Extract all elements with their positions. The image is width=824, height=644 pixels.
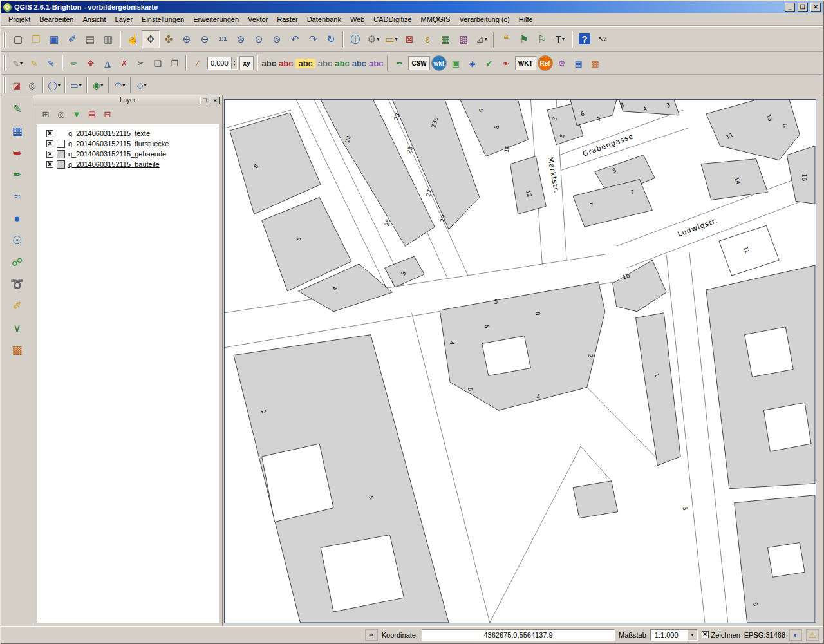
measure-button[interactable]: ⊿▾ (473, 30, 491, 48)
dropdown-arrow-icon[interactable]: ▾ (144, 82, 146, 88)
zoom-next-button[interactable]: ↷ (304, 30, 322, 48)
new-print-composer-button[interactable]: ▤ (81, 30, 99, 48)
digitize-tool-button[interactable]: ✎ (8, 99, 27, 118)
dropdown-arrow-icon[interactable]: ▾ (395, 36, 398, 42)
reference-tool-button[interactable]: Ref (538, 55, 553, 71)
menu-vektor[interactable]: Vektor (243, 14, 272, 24)
vector-node-tool-button[interactable]: ∨ (8, 318, 27, 337)
dropdown-arrow-icon[interactable]: ▾ (58, 82, 61, 88)
export-kml-button[interactable]: ▣ (447, 55, 464, 71)
current-edits-button[interactable]: ✎▾ (9, 55, 26, 71)
deselect-features-button[interactable]: ⊠ (400, 30, 418, 48)
xy-coordinates-button[interactable]: xy (239, 56, 253, 70)
pixel-grid-tool-button[interactable]: ▦ (8, 121, 27, 140)
dropdown-arrow-icon[interactable]: ▾ (485, 36, 487, 42)
delete-selected-button[interactable]: ✗ (116, 55, 133, 71)
log-messages-icon[interactable]: ⚠ (806, 629, 819, 641)
copy-features-button[interactable]: ❏ (149, 55, 166, 71)
zoom-last-button[interactable]: ↶ (286, 30, 304, 48)
layer-checkbox[interactable]: ✕ (46, 151, 53, 158)
web-globe-tool-button[interactable]: ☉ (8, 231, 27, 250)
node-tool-button[interactable]: ◮ (99, 55, 116, 71)
layer-checkbox[interactable]: ✕ (46, 161, 53, 168)
menu-datenbank[interactable]: Datenbank (303, 14, 346, 24)
layer-item[interactable]: ✕q_20140603152115_texte (39, 128, 217, 138)
epsg-label[interactable]: EPSG:31468 (744, 631, 785, 639)
coordinate-input[interactable]: 4362675.0,5564137.9 (422, 629, 615, 641)
dropdown-arrow-icon[interactable]: ▾ (100, 82, 103, 88)
save-layer-edits-button[interactable]: ✎ (42, 55, 59, 71)
zoom-to-selection-button[interactable]: ⊙ (250, 30, 268, 48)
label-move-button[interactable]: abc (333, 55, 350, 71)
toolbar-grip[interactable] (3, 55, 6, 71)
menu-projekt[interactable]: Projekt (4, 14, 35, 24)
menu-einstellungen[interactable]: Einstellungen (137, 14, 189, 24)
offset-spinbox-arrows[interactable]: ▲▼ (231, 57, 238, 69)
open-project-button[interactable]: ❒ (27, 30, 45, 48)
label-rotate-button[interactable]: abc (351, 55, 368, 71)
show-bookmarks-button[interactable]: ⚐ (533, 30, 551, 48)
help-contents-button[interactable]: ? (576, 30, 594, 48)
touch-zoom-pan-button[interactable]: ☝ (124, 30, 142, 48)
filter-legend-button[interactable]: ▼ (70, 107, 84, 121)
menu-verarbeitung-c[interactable]: Verarbeitung (c) (454, 14, 514, 24)
layer-label[interactable]: q_20140603152115_flurstuecke (68, 140, 169, 147)
minimize-button[interactable]: _ (785, 3, 795, 12)
color-table-tool-button[interactable]: ▩ (8, 340, 27, 359)
menu-caddigitize[interactable]: CADDigitize (369, 14, 416, 24)
spatialite-manager-button[interactable]: ❧ (498, 55, 514, 71)
layer-label[interactable]: q_20140603152115_texte (68, 129, 150, 137)
open-attribute-table-button[interactable]: ▦ (436, 30, 454, 48)
arc-tools-button[interactable]: ◠▾ (112, 77, 127, 93)
check-geometry-button[interactable]: ✔ (481, 55, 498, 71)
menu-hilfe[interactable]: Hilfe (514, 14, 538, 24)
crs-status-icon[interactable]: ◐ (789, 629, 802, 641)
add-feature-button[interactable]: ✏ (66, 55, 82, 71)
dropdown-arrow-icon[interactable]: ▾ (79, 82, 82, 88)
panel-close-button[interactable]: ✕ (211, 97, 220, 104)
polygon-tools-button[interactable]: ◇▾ (134, 77, 149, 93)
label-properties-button[interactable]: abc (368, 55, 384, 71)
whats-this-button[interactable]: ↖? (594, 30, 612, 48)
layer-item[interactable]: ✕q_20140603152115_bauteile (39, 159, 217, 169)
refresh-map-button[interactable]: ↻ (322, 30, 340, 48)
contour-tool-button[interactable]: ≈ (8, 187, 27, 206)
ellipse-tools-button[interactable]: ◉▾ (90, 77, 106, 93)
expand-tree-button[interactable]: ▤ (85, 107, 99, 121)
layer-checkbox[interactable]: ✕ (46, 130, 53, 137)
offset-spinbox[interactable]: 0,000▲▼ (207, 57, 238, 70)
cad-eraser-button[interactable]: ◪ (9, 77, 24, 93)
panel-float-button[interactable]: ❐ (200, 97, 209, 104)
composer-manager-button[interactable]: ▥ (99, 30, 117, 48)
save-project-as-button[interactable]: ✐ (63, 30, 81, 48)
wkt-letters-button[interactable]: WKT (515, 56, 536, 70)
label-toggle-display-button[interactable]: abc (317, 55, 333, 71)
toggle-editing-button[interactable]: ✎ (26, 55, 42, 71)
move-feature-button[interactable]: ✥ (82, 55, 99, 71)
run-feature-action-button[interactable]: ⚙▾ (364, 30, 382, 48)
label-pin-button[interactable]: abc (277, 55, 294, 71)
dropdown-arrow-icon[interactable]: ▾ (122, 82, 125, 88)
menu-mmqgis[interactable]: MMQGIS (417, 14, 455, 24)
save-project-button[interactable]: ▣ (45, 30, 63, 48)
paste-features-button[interactable]: ❐ (166, 55, 183, 71)
zoom-to-layer-button[interactable]: ⊚ (268, 30, 286, 48)
menu-layer[interactable]: Layer (111, 14, 138, 24)
text-annotation-button[interactable]: T▾ (551, 30, 569, 48)
new-project-button[interactable]: ▢ (9, 30, 27, 48)
scale-dropdown-icon[interactable]: ▾ (688, 630, 697, 640)
menu-erweiterungen[interactable]: Erweiterungen (189, 14, 243, 24)
layer-checkbox[interactable]: ✕ (46, 140, 53, 147)
ellipse-button-tool-button[interactable]: ● (8, 209, 27, 228)
layer-label[interactable]: q_20140603152115_bauteile (68, 160, 160, 168)
render-checkbox[interactable]: ✕ Zeichnen (702, 631, 740, 639)
menu-raster[interactable]: Raster (272, 14, 302, 24)
grid-tool-button[interactable]: ▦ (570, 55, 587, 71)
wkt-tool-button[interactable]: wkt (431, 55, 447, 71)
menu-web[interactable]: Web (346, 14, 369, 24)
gps-tools-button[interactable]: ◈ (464, 55, 481, 71)
menu-bearbeiten[interactable]: Bearbeiten (35, 14, 78, 24)
layer-item[interactable]: ✕q_20140603152115_gebaeude (39, 149, 217, 159)
select-features-button[interactable]: ▭▾ (382, 30, 400, 48)
zoom-native-button[interactable]: 1:1 (214, 30, 232, 48)
